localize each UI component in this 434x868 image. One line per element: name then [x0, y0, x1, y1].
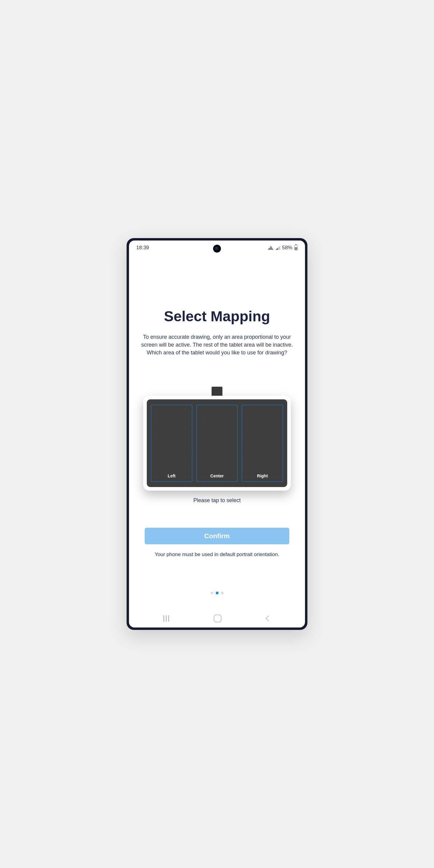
mapping-zone-left[interactable]: Left: [151, 405, 192, 482]
nav-home-button[interactable]: [214, 615, 221, 622]
page-description: To ensure accurate drawing, only an area…: [141, 333, 293, 356]
page-dot-2[interactable]: [216, 592, 218, 594]
battery-percent: 58%: [282, 245, 292, 251]
status-time: 18:39: [136, 245, 149, 251]
system-nav-bar: [129, 610, 305, 627]
front-camera-icon: [213, 245, 221, 253]
zone-label-center: Center: [210, 473, 224, 478]
zone-label-left: Left: [168, 473, 176, 478]
tap-hint: Please tap to select: [193, 497, 241, 504]
battery-icon: [294, 245, 298, 250]
signal-icon: [276, 246, 280, 250]
page-dot-1[interactable]: [211, 592, 213, 594]
main-content: Select Mapping To ensure accurate drawin…: [129, 254, 305, 610]
wifi-icon: [268, 246, 274, 250]
nav-back-button[interactable]: [266, 615, 272, 621]
page-dot-3[interactable]: [221, 592, 224, 594]
mapping-zone-right[interactable]: Right: [242, 405, 283, 482]
confirm-button[interactable]: Confirm: [145, 528, 289, 544]
zone-label-right: Right: [257, 473, 268, 478]
orientation-note: Your phone must be used in default portr…: [155, 552, 279, 558]
page-title: Select Mapping: [164, 308, 270, 324]
tablet-surface: Left Center Right: [147, 399, 287, 487]
tablet-illustration: Left Center Right: [143, 387, 291, 491]
tablet-body: Left Center Right: [143, 396, 291, 491]
nav-recent-button[interactable]: [163, 615, 169, 622]
screen: 18:39 58% Select Mapping To ensure accur…: [129, 241, 305, 627]
mapping-zone-center[interactable]: Center: [196, 405, 238, 482]
tablet-connector-icon: [212, 387, 222, 396]
phone-frame: 18:39 58% Select Mapping To ensure accur…: [127, 238, 307, 630]
pagination-dots: [211, 592, 224, 594]
status-icons: 58%: [268, 245, 298, 251]
